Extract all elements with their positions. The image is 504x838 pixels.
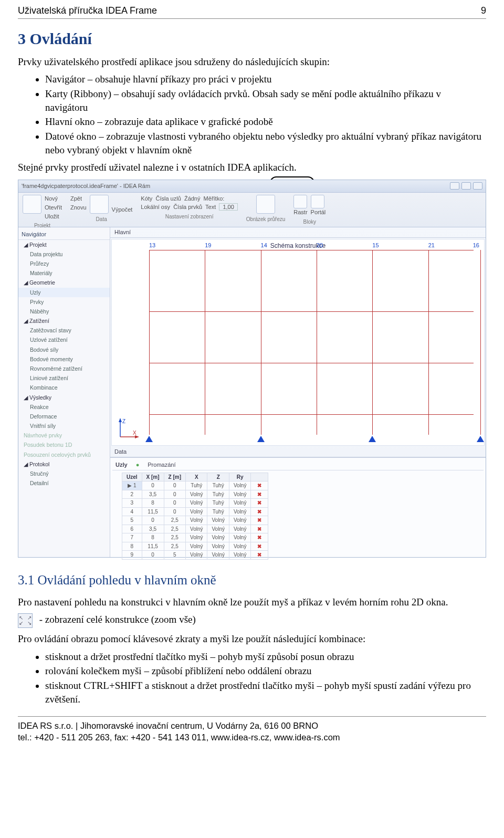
nav-item[interactable]: Posouzení ocelových prvků	[18, 450, 110, 459]
table-header: Uzel X [m] Z [m] X Z Ry	[122, 473, 268, 481]
ribbon-raster[interactable]: Rastr	[293, 209, 307, 215]
table-row[interactable]: 23,50VolnýTuhýVolný✖	[122, 490, 268, 499]
delete-row-icon[interactable]: ✖	[255, 517, 264, 523]
section-icon[interactable]	[256, 195, 275, 214]
delete-row-icon[interactable]: ✖	[255, 543, 264, 549]
node-label: 21	[428, 242, 435, 249]
nav-item[interactable]: Materiály	[18, 268, 110, 278]
footer-line: tel.: +420 - 511 205 263, fax: +420 - 54…	[18, 731, 486, 743]
table-row[interactable]: 502,5VolnýVolnýVolný✖	[122, 516, 268, 525]
delete-row-icon[interactable]: ✖	[255, 483, 264, 488]
ribbon-group-label: Bloky	[303, 218, 316, 226]
node-label: 14	[261, 242, 267, 249]
footer-line: IDEA RS s.r.o. | Jihomoravské inovační c…	[18, 720, 486, 731]
ribbon-group-label: Nastavení zobrazení	[165, 213, 214, 221]
zoom-all-row: ↖ ↗ ↙ ↘ - zobrazení celé konstrukce (zoo…	[18, 613, 486, 628]
zoom-all-icon[interactable]: ↖ ↗ ↙ ↘	[18, 613, 33, 628]
table-row[interactable]: ▶ 100TuhýTuhýVolný✖	[122, 481, 268, 490]
nav-item[interactable]: Rovnoměrné zatížení	[18, 364, 110, 373]
ribbon-none[interactable]: Žádný	[184, 195, 201, 202]
ribbon-node-nums[interactable]: Čísla uzlů	[155, 195, 181, 202]
nav-item[interactable]: Prvky	[18, 297, 110, 307]
table-row[interactable]: 782,5VolnýVolnýVolný✖	[122, 533, 268, 542]
ribbon-group-projekt: Nový Otevřít Uložit Projekt	[23, 195, 62, 229]
ribbon-scale-value[interactable]: 1,00	[219, 203, 237, 211]
page-header: Uživatelská příručka IDEA Frame 9	[18, 0, 486, 19]
nav-item[interactable]: Průřezy	[18, 259, 110, 268]
portal-icon[interactable]	[311, 195, 324, 208]
nav-item[interactable]: Bodové momenty	[18, 354, 110, 364]
delete-row-icon[interactable]: ✖	[255, 526, 264, 532]
nav-item[interactable]: Liniové zatížení	[18, 373, 110, 383]
list-item: stisknout CTRL+SHIFT a stisknout a držet…	[45, 679, 486, 706]
table-row[interactable]: 63,52,5VolnýVolnýVolný✖	[122, 525, 268, 533]
list-item: rolování kolečkem myši – způsobí přiblíž…	[45, 664, 486, 678]
delete-row-icon[interactable]: ✖	[255, 535, 264, 540]
nav-group-vysledky[interactable]: ◢ Výsledky	[18, 393, 110, 402]
nav-item[interactable]: Reakce	[18, 402, 110, 412]
new-icon[interactable]	[23, 195, 41, 214]
svg-text:X: X	[133, 430, 136, 436]
ribbon-dims[interactable]: Kóty	[141, 195, 152, 202]
delete-row-icon[interactable]: ✖	[255, 500, 264, 506]
table-row[interactable]: 411,50VolnýTuhýVolný✖	[122, 507, 268, 516]
ribbon-calc[interactable]: Výpočet	[112, 206, 133, 214]
nav-item[interactable]: Návrhové prvky	[18, 431, 110, 440]
ribbon-portal[interactable]: Portál	[311, 209, 326, 215]
nav-item[interactable]: Zatěžovací stavy	[18, 326, 110, 335]
subsection-heading: 3.1 Ovládání pohledu v hlavním okně	[18, 571, 486, 589]
delete-row-icon[interactable]: ✖	[255, 491, 264, 497]
nav-item[interactable]: Data projektu	[18, 249, 110, 259]
nav-item[interactable]: Vnitřní síly	[18, 421, 110, 431]
ribbon-undo[interactable]: Zpět	[70, 195, 87, 203]
delete-row-icon[interactable]: ✖	[255, 552, 264, 558]
nav-item[interactable]: Stručný	[18, 469, 110, 478]
nav-group-zatizeni[interactable]: ◢ Zatížení	[18, 316, 110, 326]
nav-item[interactable]: Uzlové zatížení	[18, 335, 110, 344]
support-icon	[145, 436, 153, 442]
nav-item[interactable]: Kombinace	[18, 383, 110, 392]
grid-icon[interactable]	[293, 195, 307, 208]
ribbon-redo[interactable]: Znovu	[70, 204, 87, 212]
main-tab[interactable]: Hlavní	[110, 227, 486, 238]
feature-list: Navigátor – obsahuje hlavní příkazy pro …	[45, 72, 486, 156]
maximize-button[interactable]	[461, 182, 471, 190]
nav-group-protokol[interactable]: ◢ Protokol	[18, 459, 110, 469]
minimize-button[interactable]	[450, 182, 459, 190]
nav-item[interactable]: Deformace	[18, 412, 110, 421]
data-tab[interactable]: Data	[110, 447, 486, 457]
intro-text: Prvky uživatelského prostředí aplikace j…	[18, 55, 486, 69]
gear-icon[interactable]	[90, 195, 109, 214]
table-row[interactable]: 905VolnýVolnýVolný✖	[122, 551, 268, 560]
svg-marker-1	[119, 418, 122, 422]
delete-row-icon[interactable]: ✖	[255, 509, 264, 515]
nav-group-geometrie[interactable]: ◢ Geometrie	[18, 278, 110, 287]
window-controls	[450, 182, 482, 190]
canvas[interactable]: Schéma konstrukce	[111, 239, 485, 446]
ribbon-text[interactable]: Text	[205, 204, 216, 210]
tab-nodes[interactable]: Uzly	[116, 461, 128, 469]
table-row[interactable]: 811,52,5VolnýVolnýVolný✖	[122, 542, 268, 551]
nav-item[interactable]: Bodové síly	[18, 345, 110, 354]
node-label: 13	[149, 242, 155, 249]
page-footer: IDEA RS s.r.o. | Jihomoravské inovační c…	[18, 716, 486, 750]
table-row[interactable]: 380VolnýTuhýVolný✖	[122, 499, 268, 508]
ribbon-elem-nums[interactable]: Čísla prvků	[173, 204, 202, 210]
ribbon-localaxes[interactable]: Lokální osy	[141, 204, 170, 210]
shortcut-list: stisknout a držet prostřední tlačítko my…	[45, 650, 486, 706]
ribbon-open[interactable]: Otevřít	[45, 204, 62, 212]
section-heading: 3 Ovládání	[18, 28, 486, 50]
nav-item[interactable]: Detailní	[18, 478, 110, 488]
support-icon	[477, 436, 484, 442]
ribbon-new[interactable]: Nový	[45, 195, 62, 203]
nav-group-projekt[interactable]: ◢ Projekt	[18, 240, 110, 249]
list-item: stisknout a držet prostřední tlačítko my…	[45, 650, 486, 664]
list-item: Datové okno – zobrazuje vlastnosti vybra…	[45, 130, 486, 156]
tab-prune[interactable]: Promazání	[148, 461, 175, 469]
nav-item[interactable]: Posudek betonu 1D	[18, 440, 110, 449]
nav-item-selected[interactable]: Uzly	[18, 288, 110, 297]
nav-item[interactable]: Náběhy	[18, 307, 110, 316]
ribbon-save[interactable]: Uložit	[45, 213, 62, 221]
close-button[interactable]	[473, 182, 482, 190]
ribbon: Nový Otevřít Uložit Projekt Zpět Znovu	[18, 193, 486, 227]
